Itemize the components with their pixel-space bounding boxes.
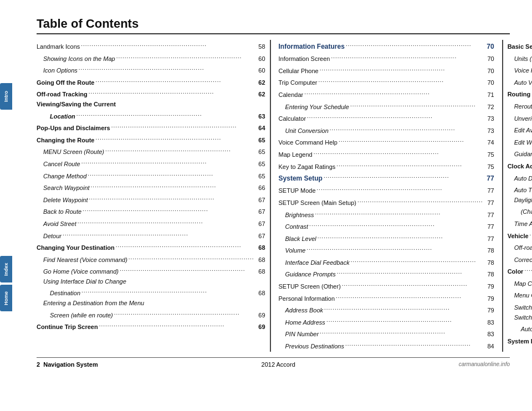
list-item: Contrast ...............................… (279, 220, 494, 232)
list-item: Previous Destinations ..................… (279, 340, 494, 352)
toc-right-col: Basic Settings .........................… (503, 40, 532, 352)
list-item: MENU Screen (Route) ....................… (37, 145, 265, 157)
list-item: Address Book ...........................… (279, 304, 494, 316)
list-item: Voice Command Help .....................… (279, 136, 494, 148)
list-item: Go Home (Voice command) ................… (37, 265, 265, 277)
list-item: Location ...............................… (37, 110, 265, 122)
list-item: Map Color ..............................… (508, 277, 532, 289)
list-item: Volume .................................… (279, 244, 494, 256)
list-item: Changing the Route .....................… (37, 133, 265, 146)
list-item: Personal Information ...................… (279, 292, 494, 304)
list-item: Showing Icons on the Map ...............… (37, 52, 265, 64)
footer-watermark: carmanualonline.info (459, 361, 510, 367)
toc-middle-col: Information Features ...................… (270, 40, 503, 352)
list-item: SETUP Screen (Main Setup) ..............… (279, 196, 494, 208)
footer-center: 2012 Accord (262, 361, 295, 368)
list-item: (Change DST Schedule) ..................… (508, 205, 532, 217)
list-item: Vehicle ................................… (508, 229, 532, 242)
list-item: Destination ............................… (37, 286, 265, 299)
list-item: Using Interface Dial to Change (37, 277, 265, 287)
list-item: Color ..................................… (508, 265, 532, 277)
list-item: Unverified Area Routing ................… (508, 112, 532, 124)
list-item: Switching Display Mode (508, 313, 532, 323)
sidebar-tab-index[interactable]: Index (0, 256, 12, 282)
list-item: Landmark Icons .........................… (37, 40, 265, 52)
list-item: Black Level ............................… (279, 232, 494, 244)
list-item: Information Screen .....................… (279, 52, 494, 64)
list-item: Information Features ...................… (279, 40, 494, 52)
list-item: Time Adjustment ........................… (508, 217, 532, 229)
list-item: Clock Adjustment .......................… (508, 160, 532, 172)
list-item: Guidance Prompts .......................… (279, 268, 494, 280)
list-item: Search Waypoint ........................… (37, 181, 265, 193)
sidebar-tab-intro[interactable]: Intro (0, 83, 12, 110)
list-item: System Information .....................… (508, 335, 532, 347)
list-item: Changing Your Destination ..............… (37, 241, 265, 253)
list-item: Voice Recognition Feedback .............… (508, 64, 532, 76)
list-item: Auto Volume for Speed ..................… (508, 76, 532, 88)
list-item: Delete Waypoint ........................… (37, 193, 265, 206)
list-item: Edit Waypoint Search Area ..............… (508, 136, 532, 148)
list-item: Off-road Tracking ......................… (508, 241, 532, 253)
list-item: SETUP Screen (Other) ...................… (279, 280, 494, 292)
list-item: Cancel Route ...........................… (37, 157, 265, 169)
list-item: Pop-Ups and Disclaimers ................… (37, 121, 265, 133)
list-item: Daylight Saving Time (DST) Selection (508, 196, 532, 206)
footer: 2 Navigation System 2012 Accord carmanua… (37, 357, 510, 368)
list-item: Continue Trip Screen ...................… (37, 320, 265, 332)
list-item: Viewing/Saving the Current (37, 100, 265, 110)
list-item: Find Nearest (Voice command) ...........… (37, 253, 265, 265)
list-item: Change Method ..........................… (37, 169, 265, 182)
list-item: Basic Settings .........................… (508, 40, 532, 52)
list-item: Detour .................................… (37, 229, 265, 242)
list-item: Automatically ..........................… (508, 322, 532, 335)
sidebar-tabs: Intro Index Home (0, 83, 12, 311)
list-item: Brightness .............................… (279, 208, 494, 220)
list-item: Key to Zagat Ratings ...................… (279, 160, 494, 172)
list-item: Unit Conversion ........................… (279, 124, 494, 136)
list-item: Calculator .............................… (279, 112, 494, 124)
list-item: Auto Time Zone .........................… (508, 183, 532, 196)
list-item: Off-road Tracking ......................… (37, 88, 265, 100)
list-item: Cellular Phone .........................… (279, 64, 494, 76)
list-item: PIN Number .............................… (279, 327, 494, 340)
toc-container: Landmark Icons .........................… (37, 40, 510, 352)
list-item: Guidance Mode ..........................… (508, 147, 532, 160)
list-item: Auto Daylight ..........................… (508, 172, 532, 184)
list-item: SETUP Mode .............................… (279, 184, 494, 196)
list-item: Routing & Guidance .....................… (508, 88, 532, 100)
list-item: System Setup ...........................… (279, 172, 494, 184)
list-item: Correct Vehicle Position ...............… (508, 253, 532, 265)
list-item: Icon Options ...........................… (37, 64, 265, 76)
list-item: Home Address ...........................… (279, 316, 494, 328)
toc-left-col: Landmark Icons .........................… (37, 40, 270, 352)
list-item: Calendar ...............................… (279, 88, 494, 100)
list-item: Entering Your Schedule .................… (279, 100, 494, 112)
list-item: Going Off the Route ....................… (37, 76, 265, 88)
list-item: Edit Avoid Area ........................… (508, 124, 532, 136)
page: Intro Index Home Table of Contents Landm… (0, 0, 532, 411)
list-item: Back to Route ..........................… (37, 205, 265, 217)
list-item: Rerouting ..............................… (508, 100, 532, 112)
list-item: Menu Color .............................… (508, 289, 532, 301)
list-item: Screen (while en route) ................… (37, 309, 265, 321)
sidebar-tab-home[interactable]: Home (0, 285, 12, 311)
footer-page-label: 2 Navigation System (37, 361, 98, 368)
page-title: Table of Contents (37, 17, 510, 34)
list-item: Interface Dial Feedback ................… (279, 256, 494, 268)
list-item: Units (mile or km) .....................… (508, 52, 532, 64)
list-item: Trip Computer ..........................… (279, 76, 494, 88)
list-item: Map Legend .............................… (279, 148, 494, 160)
list-item: Avoid Street ...........................… (37, 217, 265, 229)
list-item: Entering a Destination from the Menu (37, 299, 265, 309)
list-item: Switching Display Mode Manually ........… (508, 301, 532, 313)
